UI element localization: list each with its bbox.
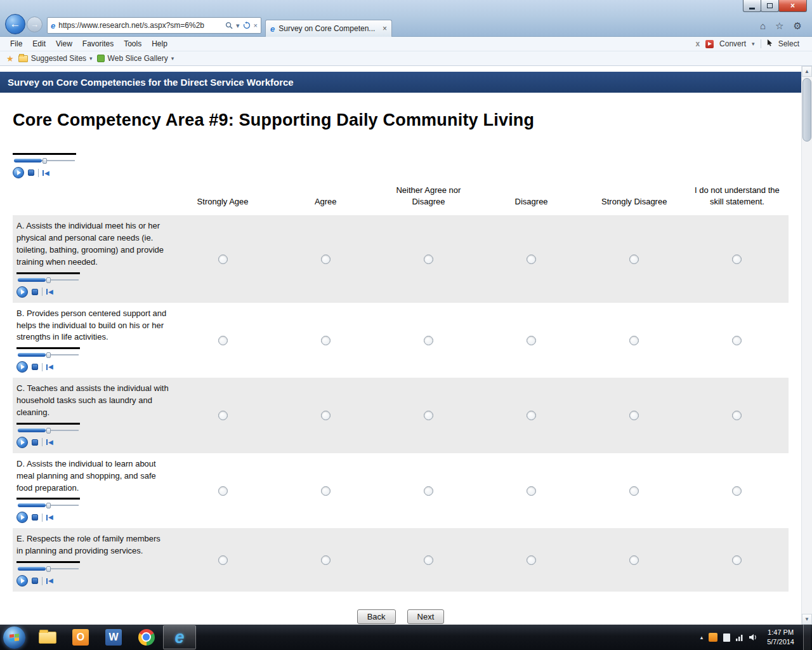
radio-button[interactable] <box>527 411 536 420</box>
stop-button[interactable] <box>32 578 38 584</box>
scrollbar-thumb[interactable] <box>802 78 811 142</box>
menu-file[interactable]: File <box>5 39 27 48</box>
radio-button[interactable] <box>732 255 742 264</box>
close-toolbar-icon[interactable]: x <box>695 39 700 48</box>
player-seek-slider[interactable] <box>16 276 80 284</box>
taskbar-explorer-button[interactable] <box>31 625 64 649</box>
convert-button[interactable]: Convert <box>719 39 746 48</box>
notification-icon[interactable] <box>709 633 717 642</box>
radio-button[interactable] <box>424 336 433 345</box>
skip-start-button[interactable]: ◀ <box>46 513 53 522</box>
radio-button[interactable] <box>424 555 433 565</box>
home-icon[interactable]: ⌂ <box>760 20 766 32</box>
play-button[interactable] <box>16 575 28 587</box>
action-center-icon[interactable] <box>723 633 730 642</box>
play-button[interactable] <box>16 361 28 373</box>
player-seek-slider[interactable] <box>13 157 76 164</box>
window-close-button[interactable]: × <box>778 0 807 12</box>
stop-button[interactable] <box>28 169 34 176</box>
select-button[interactable]: Select <box>778 39 799 48</box>
radio-button[interactable] <box>321 555 331 565</box>
taskbar-word-button[interactable]: W <box>97 625 130 649</box>
forward-button[interactable]: → <box>27 17 43 32</box>
radio-button[interactable] <box>629 255 639 264</box>
menu-favorites[interactable]: Favorites <box>77 39 119 48</box>
skip-start-button[interactable]: ◀ <box>46 288 53 297</box>
stop-button[interactable] <box>32 364 38 370</box>
radio-button[interactable] <box>732 486 742 496</box>
stop-button[interactable] <box>32 439 38 446</box>
player-seek-slider[interactable] <box>16 351 80 359</box>
radio-button[interactable] <box>527 555 536 565</box>
slider-thumb[interactable] <box>46 352 51 358</box>
add-favorite-icon[interactable]: ★ <box>6 54 14 63</box>
stop-icon[interactable]: × <box>254 22 258 29</box>
radio-button[interactable] <box>424 255 433 264</box>
scroll-up-arrow[interactable]: ▲ <box>802 66 812 77</box>
radio-button[interactable] <box>629 336 639 345</box>
player-seek-slider[interactable] <box>16 565 80 573</box>
convert-dropdown-icon[interactable]: ▾ <box>752 41 755 47</box>
browser-tab[interactable]: e Survey on Core Competen... × <box>265 20 392 37</box>
skip-start-button[interactable]: ◀ <box>46 362 53 372</box>
search-icon[interactable] <box>225 22 233 29</box>
radio-button[interactable] <box>629 411 639 420</box>
menu-help[interactable]: Help <box>147 39 173 48</box>
radio-button[interactable] <box>424 411 433 420</box>
play-button[interactable] <box>16 437 28 448</box>
minimize-button[interactable] <box>743 0 761 12</box>
favbar-item-web-slice-gallery[interactable]: Web Slice Gallery ▾ <box>97 54 174 63</box>
play-button[interactable] <box>13 167 24 178</box>
taskbar-ie-button[interactable]: e <box>163 625 196 649</box>
radio-button[interactable] <box>629 486 639 496</box>
tab-close-icon[interactable]: × <box>383 24 387 33</box>
address-bar[interactable]: e https://www.research.net/s.aspx?sm=6%2… <box>47 17 261 34</box>
radio-button[interactable] <box>218 411 228 420</box>
player-seek-slider[interactable] <box>16 427 80 434</box>
next-survey-button[interactable]: Next <box>407 609 445 624</box>
stop-button[interactable] <box>32 289 38 295</box>
menu-tools[interactable]: Tools <box>119 39 147 48</box>
volume-icon[interactable] <box>749 633 758 641</box>
address-dropdown-icon[interactable]: ▾ <box>236 22 240 30</box>
play-button[interactable] <box>16 512 28 523</box>
menu-edit[interactable]: Edit <box>27 39 51 48</box>
radio-button[interactable] <box>218 555 228 565</box>
scroll-down-arrow[interactable]: ▼ <box>802 614 812 625</box>
radio-button[interactable] <box>527 336 536 345</box>
back-survey-button[interactable]: Back <box>357 609 396 624</box>
play-button[interactable] <box>16 286 28 298</box>
favbar-item-suggested-sites[interactable]: Suggested Sites ▾ <box>18 54 93 63</box>
slider-thumb[interactable] <box>46 277 51 283</box>
radio-button[interactable] <box>218 255 228 264</box>
hidden-icons-button[interactable]: ▴ <box>700 634 704 640</box>
refresh-icon[interactable] <box>243 22 251 29</box>
radio-button[interactable] <box>321 255 331 264</box>
taskbar-chrome-button[interactable] <box>130 625 163 649</box>
taskbar-clock[interactable]: 1:47 PM 5/7/2014 <box>767 628 794 647</box>
radio-button[interactable] <box>732 411 742 420</box>
skip-start-button[interactable]: ◀ <box>43 169 49 176</box>
radio-button[interactable] <box>424 486 433 496</box>
taskbar-outlook-button[interactable]: O <box>64 625 97 649</box>
vertical-scrollbar[interactable]: ▲ ▼ <box>801 66 812 625</box>
radio-button[interactable] <box>321 411 331 420</box>
radio-button[interactable] <box>527 255 536 264</box>
favorites-icon[interactable]: ☆ <box>775 20 783 32</box>
skip-start-button[interactable]: ◀ <box>46 576 53 586</box>
radio-button[interactable] <box>218 486 228 496</box>
radio-button[interactable] <box>732 336 742 345</box>
slider-thumb[interactable] <box>46 566 51 572</box>
radio-button[interactable] <box>321 336 331 345</box>
show-desktop-button[interactable] <box>803 625 811 650</box>
skip-start-button[interactable]: ◀ <box>46 438 53 448</box>
slider-thumb[interactable] <box>46 428 51 434</box>
maximize-button[interactable] <box>761 0 779 12</box>
back-button[interactable]: ← <box>5 14 25 34</box>
player-seek-slider[interactable] <box>16 501 80 509</box>
slider-thumb[interactable] <box>43 158 47 164</box>
radio-button[interactable] <box>527 486 536 496</box>
radio-button[interactable] <box>629 555 639 565</box>
slider-thumb[interactable] <box>46 503 51 508</box>
radio-button[interactable] <box>218 336 228 345</box>
